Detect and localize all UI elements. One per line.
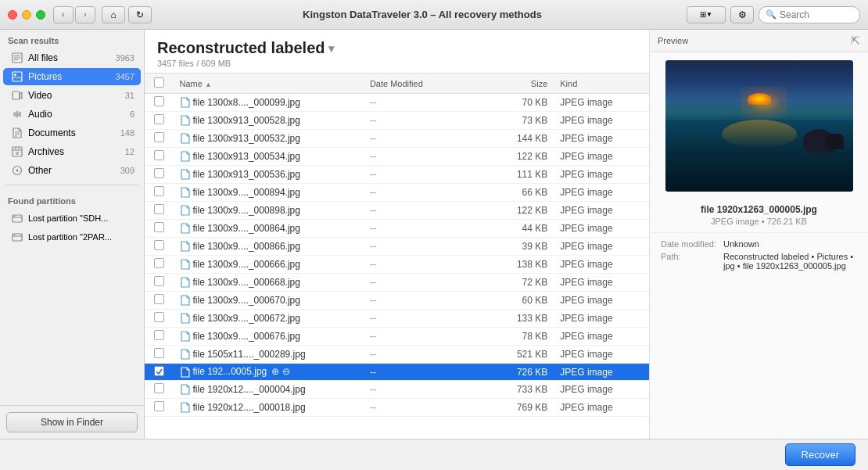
view-toggle-button[interactable]: ⊞ ▼: [687, 6, 726, 23]
row-checkbox[interactable]: [154, 114, 164, 124]
preview-path-value: Reconstructed labeled • Pictures • jpg •…: [723, 252, 857, 271]
forward-button[interactable]: ›: [75, 6, 95, 23]
sidebar-item-audio[interactable]: Audio 6: [3, 106, 141, 123]
preview-path-label: Path:: [661, 252, 723, 271]
recover-button[interactable]: Recover: [785, 443, 855, 466]
th-kind[interactable]: Kind: [554, 74, 649, 94]
row-size: 133 KB: [478, 310, 554, 328]
row-checkbox[interactable]: [154, 348, 164, 358]
table-row[interactable]: file 1505x11...._000289.jpg--521 KBJPEG …: [145, 346, 649, 364]
row-date: --: [364, 328, 478, 346]
row-checkbox[interactable]: [154, 294, 164, 304]
table-row[interactable]: file 1300x8...._000099.jpg--70 KBJPEG im…: [145, 94, 649, 112]
sidebar-item-partition-2par[interactable]: Lost partition "2PAR...: [3, 228, 141, 246]
preview-scene: [665, 60, 853, 192]
row-kind: JPEG image: [554, 166, 649, 184]
preview-filename: file 1920x1263_000005.jpg: [693, 199, 825, 217]
home-button[interactable]: ⌂: [102, 6, 125, 23]
table-row[interactable]: file 1300x913_000534.jpg--122 KBJPEG ima…: [145, 148, 649, 166]
row-size: 72 KB: [478, 274, 554, 292]
table-row[interactable]: file 1300x9...._000894.jpg--66 KBJPEG im…: [145, 184, 649, 202]
other-label: Other: [28, 165, 120, 176]
row-checkbox[interactable]: [154, 240, 164, 250]
th-date-modified[interactable]: Date Modified: [364, 74, 478, 94]
dropdown-arrow-icon[interactable]: ▾: [328, 42, 334, 55]
show-in-finder-button[interactable]: Show in Finder: [6, 412, 138, 432]
search-input[interactable]: [780, 9, 853, 20]
file-icon: [180, 259, 193, 270]
row-checkbox[interactable]: [154, 401, 164, 411]
sidebar-item-documents[interactable]: Documents 148: [3, 124, 141, 142]
action-button[interactable]: ↻: [128, 6, 152, 23]
row-date: --: [364, 112, 478, 130]
other-count: 309: [120, 166, 135, 175]
settings-button[interactable]: ⚙: [730, 6, 754, 23]
row-checkbox[interactable]: [154, 258, 164, 268]
table-row[interactable]: file 1300x913_000532.jpg--144 KBJPEG ima…: [145, 130, 649, 148]
th-name[interactable]: Name ▲: [174, 74, 364, 94]
row-checkbox[interactable]: [154, 222, 164, 232]
table-row[interactable]: file 1920x12...._000004.jpg--733 KBJPEG …: [145, 381, 649, 399]
preview-date-row: Date modified: Unknown: [661, 239, 857, 249]
table-row[interactable]: file 1300x913_000528.jpg--73 KBJPEG imag…: [145, 112, 649, 130]
table-row[interactable]: file 1300x9...._000672.jpg--133 KBJPEG i…: [145, 310, 649, 328]
file-icon: [180, 384, 193, 395]
row-date: --: [364, 184, 478, 202]
pictures-count: 3457: [116, 72, 135, 81]
preview-expand-icon[interactable]: ⇱: [851, 34, 860, 47]
table-row[interactable]: file 1300x9...._000670.jpg--60 KBJPEG im…: [145, 292, 649, 310]
table-row[interactable]: file 1300x9...._000898.jpg--122 KBJPEG i…: [145, 202, 649, 220]
content-title-text: Reconstructed labeled: [157, 39, 325, 57]
sidebar-item-partition-sdh[interactable]: Lost partition "SDH...: [3, 210, 141, 227]
th-size[interactable]: Size: [478, 74, 554, 94]
row-size: 111 KB: [478, 166, 554, 184]
file-icon: [180, 115, 193, 126]
sidebar-item-other[interactable]: Other 309: [3, 162, 141, 179]
toolbar-right: ⊞ ▼ ⚙ 🔍: [687, 6, 860, 23]
row-checkbox[interactable]: [154, 312, 164, 322]
row-checkbox[interactable]: [154, 366, 164, 376]
select-all-checkbox[interactable]: [154, 77, 164, 88]
nav-buttons: ‹ ›: [53, 6, 95, 23]
row-checkbox[interactable]: [154, 276, 164, 286]
sidebar-item-all-files[interactable]: All files 3963: [3, 49, 141, 66]
back-button[interactable]: ‹: [53, 6, 74, 23]
row-checkbox[interactable]: [154, 96, 164, 106]
table-row[interactable]: file 1300x9...._000864.jpg--44 KBJPEG im…: [145, 220, 649, 238]
table-row[interactable]: file 1920x12...._000018.jpg--769 KBJPEG …: [145, 399, 649, 417]
row-checkbox[interactable]: [154, 186, 164, 196]
row-kind: JPEG image: [554, 310, 649, 328]
row-checkbox[interactable]: [154, 383, 164, 393]
row-checkbox[interactable]: [154, 168, 164, 178]
row-kind: JPEG image: [554, 256, 649, 274]
close-button[interactable]: [8, 10, 17, 20]
preview-label: Preview: [658, 36, 688, 45]
row-action-icons[interactable]: ⊕ ⊖: [271, 366, 289, 377]
file-table-container[interactable]: Name ▲ Date Modified Size Kind file 1300…: [145, 74, 649, 439]
file-table-body: file 1300x8...._000099.jpg--70 KBJPEG im…: [145, 94, 649, 417]
content-title: Reconstructed labeled ▾: [157, 39, 637, 57]
search-box[interactable]: 🔍: [759, 6, 860, 23]
row-kind: JPEG image: [554, 238, 649, 256]
table-row[interactable]: file 1300x9...._000666.jpg--138 KBJPEG i…: [145, 256, 649, 274]
table-row[interactable]: file 1300x9...._000866.jpg--39 KBJPEG im…: [145, 238, 649, 256]
sidebar-item-pictures[interactable]: Pictures 3457: [3, 68, 141, 85]
row-checkbox[interactable]: [154, 132, 164, 142]
row-size: 122 KB: [478, 202, 554, 220]
row-kind: JPEG image: [554, 184, 649, 202]
sidebar-item-archives[interactable]: Archives 12: [3, 143, 141, 160]
table-row[interactable]: file 1300x913_000536.jpg--111 KBJPEG ima…: [145, 166, 649, 184]
table-row[interactable]: file 1300x9...._000676.jpg--78 KBJPEG im…: [145, 328, 649, 346]
sidebar-item-video[interactable]: Video 31: [3, 87, 141, 104]
row-checkbox[interactable]: [154, 204, 164, 214]
row-checkbox[interactable]: [154, 330, 164, 340]
row-checkbox[interactable]: [154, 150, 164, 160]
row-name: file 1300x913_000528.jpg: [174, 112, 364, 130]
video-count: 31: [125, 91, 135, 100]
table-row[interactable]: file 1300x9...._000668.jpg--72 KBJPEG im…: [145, 274, 649, 292]
fullscreen-button[interactable]: [36, 10, 45, 20]
row-size: 733 KB: [478, 381, 554, 399]
table-row[interactable]: file 192...0005.jpg⊕ ⊖--726 KBJPEG image: [145, 364, 649, 381]
row-date: --: [364, 238, 478, 256]
minimize-button[interactable]: [22, 10, 31, 20]
